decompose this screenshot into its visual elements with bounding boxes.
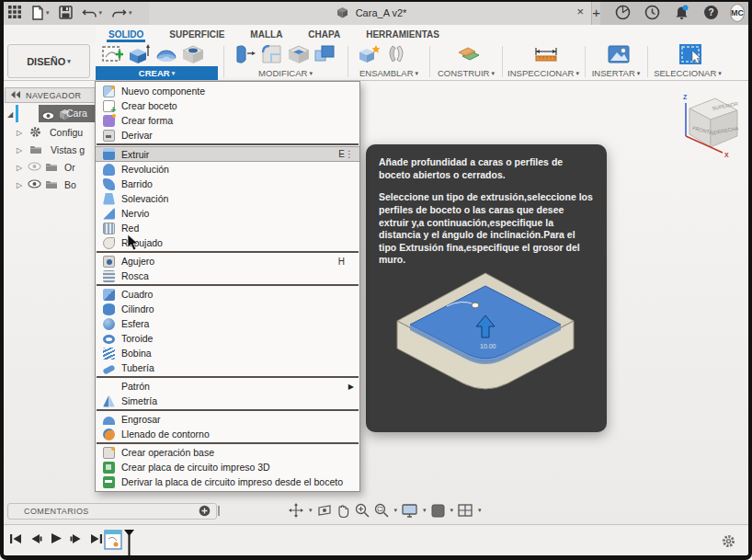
add-comment-icon[interactable] [199,505,211,519]
menu-item-bobina[interactable]: Bobina [96,346,359,360]
user-avatar[interactable]: MC [730,4,745,22]
notifications-icon[interactable] [671,3,692,23]
design-dropdown[interactable]: DISEÑO [7,44,90,78]
menu-item-tuberia[interactable]: Tubería [96,360,359,375]
app-grid-icon[interactable] [6,3,25,23]
menu-item-nuevo-componente[interactable]: Nuevo componente [96,84,359,98]
pan-icon[interactable] [336,503,350,518]
fit-icon[interactable] [374,503,389,518]
undo-button[interactable] [79,3,106,23]
collapsed-triangle-icon[interactable]: ▷ [15,146,24,154]
menu-item-patron[interactable]: Patrón▶ [96,379,359,394]
more-options-icon[interactable]: ⋮ [345,149,354,159]
eye-off-icon[interactable] [28,162,41,173]
ribbon-tab-chapa[interactable]: CHAPA [295,27,353,41]
revolve-icon[interactable] [154,43,178,65]
extensions-icon[interactable] [612,3,633,23]
select-icon[interactable] [678,42,703,66]
help-icon[interactable]: ? [701,3,722,23]
shell-icon[interactable] [287,43,311,65]
hole-icon[interactable] [181,43,205,65]
tree-item-named-views[interactable]: ▷ Vistas g [15,142,85,158]
expand-triangle-icon[interactable]: ◢ [6,110,15,119]
joint-icon[interactable] [384,43,408,65]
tree-item-root-selected[interactable]: Cara [39,105,96,122]
orbit-icon[interactable] [289,503,303,518]
inspect-menu-button[interactable]: INSPECCIONAR [507,66,580,80]
step-forward-button[interactable] [70,533,82,544]
menu-item-cuadro[interactable]: Cuadro [96,287,359,302]
tree-item-sketches[interactable]: ▷ Bo [15,177,76,193]
tree-item-origin[interactable]: ▷ Or [15,159,75,176]
construction-plane-icon[interactable] [457,43,481,65]
grid-snaps-icon[interactable] [431,504,445,518]
menu-item-crear-forma[interactable]: Crear forma [96,113,359,128]
tree-item-root[interactable]: ◢ [6,106,15,122]
file-menu-button[interactable] [28,3,52,23]
collapsed-triangle-icon[interactable]: ▷ [15,181,24,189]
press-pull-icon[interactable] [234,43,257,65]
measure-icon[interactable] [532,44,560,64]
caret-icon[interactable]: ▾ [394,507,398,514]
redo-button[interactable] [108,3,135,23]
menu-item-crear-placa-de-circuito-impreso-3d[interactable]: Crear placa de circuito impreso 3D [96,460,359,474]
menu-item-toroide[interactable]: Toroide [96,331,359,346]
menu-item-llenado-de-contorno[interactable]: Llenado de contorno [96,427,359,441]
eye-icon[interactable] [41,108,55,124]
create-menu-button[interactable]: CREAR [96,66,218,80]
menu-item-derivar[interactable]: Derivar [96,128,359,143]
timeline-sketch-feature[interactable] [104,528,135,560]
menu-item-nervio[interactable]: Nervio [96,206,359,221]
go-to-end-button[interactable] [90,533,103,544]
menu-item-derivar-la-placa-de-circuito-impreso-desde-el-boceto[interactable]: Derivar la placa de circuito impreso des… [96,474,359,489]
view-cube[interactable]: SUPERIOR FRONTAL DERECHA Z X [669,88,745,160]
zoom-icon[interactable] [355,503,370,518]
ribbon-tab-herramientas[interactable]: HERRAMIENTAS [353,27,452,41]
ribbon-tab-solido[interactable]: SOLIDO [96,27,156,41]
insert-image-icon[interactable] [607,43,631,65]
menu-item-engrosar[interactable]: Engrosar [96,412,359,427]
menu-item-cilindro[interactable]: Cilindro [96,302,359,316]
insert-menu-button[interactable]: INSERTAR [589,66,643,80]
menu-item-simetria[interactable]: Simetría [96,394,359,408]
caret-icon[interactable]: ▾ [450,507,454,514]
timeline-settings-gear-icon[interactable] [722,534,735,552]
menu-item-crear-boceto[interactable]: Crear boceto [96,98,359,113]
fillet-icon[interactable] [260,43,284,65]
save-button[interactable] [56,3,75,23]
ribbon-tab-malla[interactable]: MALLA [237,27,295,41]
create-sketch-icon[interactable] [101,43,125,65]
menu-item-crear-operacion-base[interactable]: Crear operación base [96,445,359,460]
construct-menu-button[interactable]: CONSTRUIR [434,66,498,80]
collapsed-triangle-icon[interactable]: ▷ [15,129,24,137]
menu-item-rosca[interactable]: Rosca [96,269,359,283]
step-back-button[interactable] [30,533,42,544]
comments-bar[interactable]: COMENTARIOS [7,503,217,520]
ribbon-tab-superficie[interactable]: SUPERFICIE [156,27,237,41]
navigator-header[interactable]: NAVEGADOR [5,87,96,103]
tree-item-settings[interactable]: ▷ Configu [15,124,83,141]
select-menu-button[interactable]: SELECCIONAR [653,66,723,80]
go-to-start-button[interactable] [9,533,22,544]
new-component-icon[interactable] [358,43,382,65]
menu-item-solevacion[interactable]: Solevación [96,191,359,206]
caret-icon[interactable]: ▾ [478,507,482,514]
viewports-icon[interactable] [458,504,473,517]
look-at-icon[interactable] [317,504,332,517]
design-canvas[interactable]: NAVEGADOR ◢ Cara ▷ Configu ▷ Vistas g ▷ … [0,81,752,524]
menu-item-extruir[interactable]: ExtruirE⋮ [96,146,359,162]
play-button[interactable] [51,532,62,544]
extrude-icon[interactable] [128,43,152,65]
new-tab-button[interactable]: + [592,0,600,25]
combine-icon[interactable] [313,43,337,65]
menu-item-barrido[interactable]: Barrido [96,177,359,191]
job-status-icon[interactable] [642,3,663,23]
collapse-panel-icon[interactable] [11,91,20,100]
menu-item-agujero[interactable]: AgujeroH [96,254,359,269]
document-tab[interactable]: Cara_A v2* × [149,0,592,25]
scroll-nub[interactable] [218,506,220,516]
menu-item-revolucion[interactable]: Revolución [96,162,359,177]
display-settings-icon[interactable] [402,504,417,518]
assemble-menu-button[interactable]: ENSAMBLAR [352,66,426,80]
eye-icon[interactable] [28,179,41,190]
